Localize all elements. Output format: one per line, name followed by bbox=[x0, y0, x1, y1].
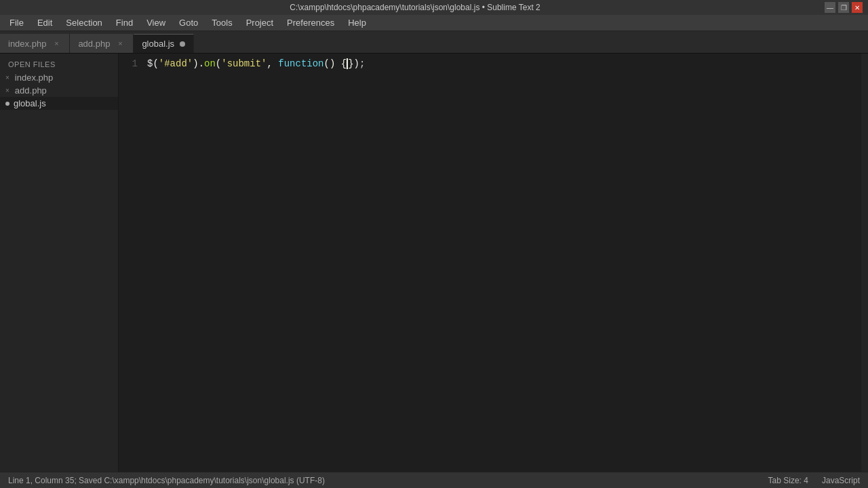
code-content[interactable]: $('#add').on('submit', function() {}); bbox=[144, 54, 861, 472]
sidebar-section-title: OPEN FILES bbox=[0, 56, 118, 71]
status-left: Line 1, Column 35; Saved C:\xampp\htdocs… bbox=[8, 476, 325, 485]
editor-area[interactable]: 1 $('#add').on('submit', function() {}); bbox=[119, 54, 868, 472]
sidebar-item-index-php[interactable]: × index.php bbox=[0, 71, 118, 84]
tab-label: index.php bbox=[8, 39, 46, 49]
tab-bar: index.php × add.php × global.js bbox=[0, 31, 868, 54]
menu-selection[interactable]: Selection bbox=[59, 16, 108, 29]
menu-edit[interactable]: Edit bbox=[31, 16, 59, 29]
sidebar-item-add-php[interactable]: × add.php bbox=[0, 84, 118, 97]
line-number: 1 bbox=[119, 56, 138, 71]
menu-bar: File Edit Selection Find View Goto Tools… bbox=[0, 15, 868, 31]
line-numbers: 1 bbox=[119, 54, 144, 472]
file-close-icon[interactable]: × bbox=[5, 87, 9, 94]
title-text: C:\xampp\htdocs\phpacademy\tutorials\jso… bbox=[5, 3, 825, 12]
sidebar-file-label: index.php bbox=[15, 73, 53, 83]
maximize-button[interactable]: ❐ bbox=[838, 2, 849, 13]
menu-tools[interactable]: Tools bbox=[205, 16, 239, 29]
file-active-dot bbox=[5, 102, 9, 106]
menu-project[interactable]: Project bbox=[239, 16, 280, 29]
tab-label: add.php bbox=[78, 39, 110, 49]
file-close-icon[interactable]: × bbox=[5, 74, 9, 81]
sidebar: OPEN FILES × index.php × add.php global.… bbox=[0, 54, 119, 472]
tab-modified-dot bbox=[180, 41, 185, 47]
tab-close-add-php[interactable]: × bbox=[115, 39, 125, 48]
menu-file[interactable]: File bbox=[3, 16, 31, 29]
title-bar: C:\xampp\htdocs\phpacademy\tutorials\jso… bbox=[0, 0, 868, 15]
menu-find[interactable]: Find bbox=[109, 16, 140, 29]
minimap bbox=[861, 54, 868, 472]
minimize-button[interactable]: — bbox=[825, 2, 835, 13]
menu-goto[interactable]: Goto bbox=[172, 16, 205, 29]
status-right: Tab Size: 4 JavaScript bbox=[768, 476, 860, 485]
menu-preferences[interactable]: Preferences bbox=[280, 16, 341, 29]
window-controls: — ❐ ✕ bbox=[825, 2, 863, 13]
status-bar: Line 1, Column 35; Saved C:\xampp\htdocs… bbox=[0, 472, 868, 488]
close-button[interactable]: ✕ bbox=[852, 2, 863, 13]
tab-size-indicator[interactable]: Tab Size: 4 bbox=[768, 476, 808, 485]
menu-help[interactable]: Help bbox=[341, 16, 373, 29]
tab-add-php[interactable]: add.php × bbox=[70, 34, 134, 53]
menu-view[interactable]: View bbox=[140, 16, 172, 29]
sidebar-file-label: add.php bbox=[15, 85, 47, 96]
tab-index-php[interactable]: index.php × bbox=[0, 34, 70, 53]
syntax-indicator[interactable]: JavaScript bbox=[822, 476, 860, 485]
tab-label: global.js bbox=[142, 39, 174, 49]
sidebar-item-global-js[interactable]: global.js bbox=[0, 97, 118, 110]
sidebar-file-label: global.js bbox=[14, 98, 46, 108]
main-layout: OPEN FILES × index.php × add.php global.… bbox=[0, 54, 868, 472]
tab-global-js[interactable]: global.js bbox=[134, 34, 194, 53]
tab-close-index-php[interactable]: × bbox=[52, 39, 61, 48]
